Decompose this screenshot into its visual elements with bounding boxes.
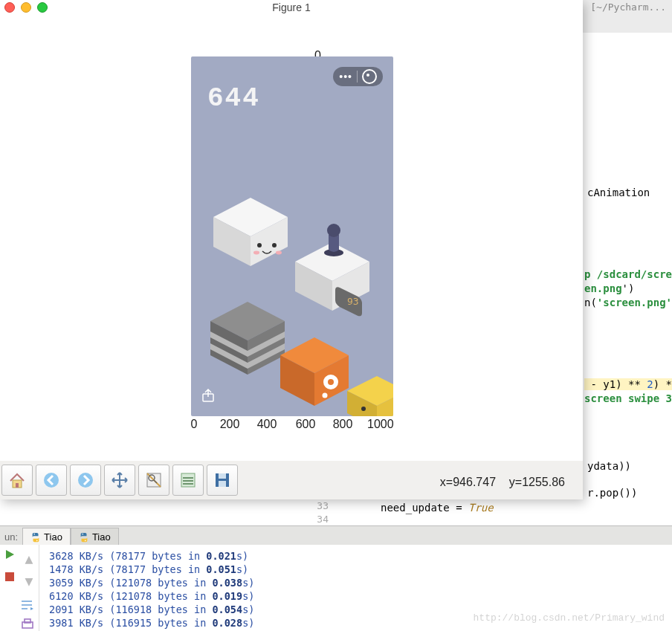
svg-point-12 [272,243,277,247]
print-icon[interactable] [19,616,36,631]
line-number: 33 [308,499,329,513]
up-arrow-icon[interactable]: ▲ [21,551,37,567]
code-fragment: p /sdcard/scre [584,268,672,281]
game-scene: 93 [191,56,393,416]
plot-axes: ••• 644 [145,51,401,427]
console-output: 3628 KB/s (78177 bytes in 0.021s) 1478 K… [49,549,254,630]
svg-point-40 [78,473,93,488]
svg-rect-45 [219,473,226,479]
run-tab-tiao-1[interactable]: Tiao [22,528,71,546]
code-fragment: - y1) ** 2) * [584,378,672,391]
plot-canvas[interactable]: 0 500 1000 1500 0 200 400 600 800 1000 •… [0,15,583,461]
pan-button[interactable] [104,465,135,496]
svg-rect-5 [5,572,14,581]
svg-rect-46 [219,481,226,487]
minimize-button[interactable] [21,2,31,13]
down-arrow-icon[interactable]: ▼ [21,573,37,589]
svg-rect-38 [16,483,19,488]
svg-point-0 [34,533,36,534]
svg-rect-43 [181,473,195,487]
zoom-button[interactable] [37,2,48,13]
svg-point-35 [361,407,366,411]
code-fragment: en.png') [584,282,634,295]
watermark: http://blog.csdn.net/Primary_wind [474,612,665,624]
run-label: un: [0,528,22,546]
close-button[interactable] [4,2,15,13]
wrap-icon[interactable] [19,597,36,613]
svg-point-31 [323,393,328,398]
cursor-y: y=1255.86 [509,476,565,488]
cursor-coordinates: x=946.747 y=1255.86 [440,476,565,489]
code-fragment: r.pop()) [587,486,637,499]
save-button[interactable] [207,465,238,496]
clock-face: 93 [347,296,359,307]
console-toolbar: ▲ ▼ [0,545,39,631]
svg-point-11 [257,243,262,247]
run-tab-label: Tiao [44,531,62,543]
code-fragment: screen swipe 3 [584,392,672,405]
python-icon [30,532,41,543]
svg-point-30 [328,379,334,385]
cursor-x: x=946.747 [440,476,496,488]
run-icon[interactable] [3,548,16,561]
code-fragment: cAnimation [587,186,650,199]
svg-point-2 [82,533,83,534]
code-fragment: ydata)) [587,459,631,473]
figure-title: Figure 1 [0,1,583,13]
svg-point-3 [85,540,86,541]
line-number: 34 [308,513,329,526]
game-screenshot: ••• 644 [191,56,393,416]
svg-marker-4 [6,550,14,559]
svg-point-14 [276,251,282,255]
configure-button[interactable] [172,465,204,496]
svg-point-13 [253,251,259,255]
share-icon [203,389,213,401]
mpl-toolbar: x=946.747 y=1255.86 [0,461,583,499]
svg-point-20 [327,224,340,237]
svg-point-39 [44,473,59,488]
code-fragment: n('screen.png' [584,296,672,309]
run-tab-label: Tiao [92,531,111,543]
code-fragment: need_update = True [381,501,494,514]
home-button[interactable] [1,465,33,496]
run-tab-tiao-2[interactable]: Tiao [71,528,119,546]
matplotlib-figure-window: Figure 1 0 500 1000 1500 0 200 400 600 8… [0,0,583,499]
game-pawn [324,224,343,256]
window-controls [4,2,48,13]
ide-path-hint: [~/Pycharm... [584,0,672,14]
stop-icon[interactable] [3,570,16,583]
zoom-button[interactable] [138,465,169,496]
python-icon [79,532,89,543]
svg-rect-7 [25,619,30,623]
svg-point-1 [36,540,38,541]
forward-button[interactable] [70,465,101,496]
run-tool-tabs: un: Tiao Tiao [0,525,672,546]
back-button[interactable] [36,465,67,496]
